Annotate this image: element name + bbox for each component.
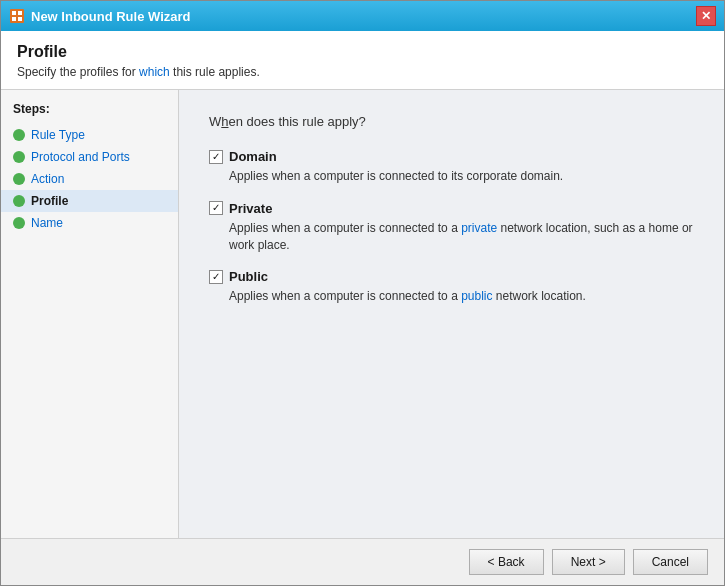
content-area: Profile Specify the profiles for which t… — [1, 31, 724, 585]
title-bar-left: New Inbound Rule Wizard — [9, 8, 191, 24]
header-subtitle: Specify the profiles for which this rule… — [17, 65, 708, 79]
sidebar-item-label-profile: Profile — [31, 194, 68, 208]
sidebar-item-profile[interactable]: Profile — [1, 190, 178, 212]
subtitle-after: this rule applies. — [170, 65, 260, 79]
profile-option-name-public: Public — [229, 269, 268, 284]
footer: < Back Next > Cancel — [1, 538, 724, 585]
profile-option-desc-domain: Applies when a computer is connected to … — [209, 168, 694, 185]
sidebar-item-rule-type[interactable]: Rule Type — [1, 124, 178, 146]
svg-rect-2 — [18, 11, 22, 15]
cancel-button[interactable]: Cancel — [633, 549, 708, 575]
checkbox-public[interactable]: ✓ — [209, 270, 223, 284]
checkbox-domain-check: ✓ — [212, 152, 220, 162]
checkbox-private-check: ✓ — [212, 203, 220, 213]
sidebar-item-label-protocol: Protocol and Ports — [31, 150, 130, 164]
svg-rect-1 — [12, 11, 16, 15]
profile-option-private: ✓ Private Applies when a computer is con… — [209, 201, 694, 254]
private-highlight: private — [461, 221, 497, 235]
subtitle-before: Specify the profiles for — [17, 65, 139, 79]
step-dot-action — [13, 173, 25, 185]
sidebar-item-label-name: Name — [31, 216, 63, 230]
profile-option-header-public: ✓ Public — [209, 269, 694, 284]
back-button[interactable]: < Back — [469, 549, 544, 575]
next-button[interactable]: Next > — [552, 549, 625, 575]
page-title: Profile — [17, 43, 708, 61]
sidebar: Steps: Rule Type Protocol and Ports Acti… — [1, 90, 179, 538]
sidebar-item-action[interactable]: Action — [1, 168, 178, 190]
checkbox-domain[interactable]: ✓ — [209, 150, 223, 164]
profile-option-desc-public: Applies when a computer is connected to … — [209, 288, 694, 305]
header-section: Profile Specify the profiles for which t… — [1, 31, 724, 90]
profile-option-public: ✓ Public Applies when a computer is conn… — [209, 269, 694, 305]
question: When does this rule apply? — [209, 114, 694, 129]
profile-option-name-domain: Domain — [229, 149, 277, 164]
close-button[interactable]: ✕ — [696, 6, 716, 26]
step-dot-name — [13, 217, 25, 229]
sidebar-item-label-rule-type: Rule Type — [31, 128, 85, 142]
question-underline: h — [221, 114, 228, 129]
checkbox-public-check: ✓ — [212, 272, 220, 282]
steps-label: Steps: — [1, 102, 178, 124]
step-dot-protocol — [13, 151, 25, 163]
question-after: en does this rule apply? — [229, 114, 366, 129]
checkbox-private[interactable]: ✓ — [209, 201, 223, 215]
question-before: W — [209, 114, 221, 129]
profile-option-domain: ✓ Domain Applies when a computer is conn… — [209, 149, 694, 185]
subtitle-highlight: which — [139, 65, 170, 79]
title-bar: New Inbound Rule Wizard ✕ — [1, 1, 724, 31]
public-highlight: public — [461, 289, 492, 303]
profile-option-header-domain: ✓ Domain — [209, 149, 694, 164]
step-dot-rule-type — [13, 129, 25, 141]
step-dot-profile — [13, 195, 25, 207]
sidebar-item-protocol-and-ports[interactable]: Protocol and Ports — [1, 146, 178, 168]
window-icon — [9, 8, 25, 24]
profile-option-name-private: Private — [229, 201, 272, 216]
sidebar-item-name[interactable]: Name — [1, 212, 178, 234]
main-body: Steps: Rule Type Protocol and Ports Acti… — [1, 90, 724, 538]
profile-option-header-private: ✓ Private — [209, 201, 694, 216]
window: New Inbound Rule Wizard ✕ Profile Specif… — [0, 0, 725, 586]
profile-option-desc-private: Applies when a computer is connected to … — [209, 220, 694, 254]
main-panel: When does this rule apply? ✓ Domain Appl… — [179, 90, 724, 538]
svg-rect-4 — [18, 17, 22, 21]
svg-rect-3 — [12, 17, 16, 21]
sidebar-item-label-action: Action — [31, 172, 64, 186]
window-title: New Inbound Rule Wizard — [31, 9, 191, 24]
